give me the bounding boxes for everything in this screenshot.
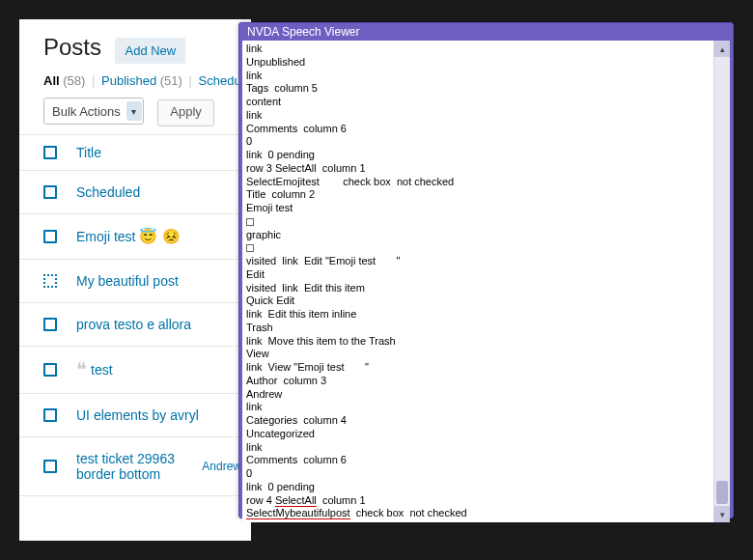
- row-checkbox[interactable]: [43, 460, 57, 473]
- apply-button[interactable]: Apply: [157, 99, 214, 126]
- nvda-titlebar[interactable]: NVDA Speech Viewer: [239, 23, 733, 41]
- emoji-icon: 😇 😣: [139, 228, 180, 244]
- filter-all[interactable]: All: [43, 73, 60, 88]
- filter-published[interactable]: Published: [101, 73, 156, 88]
- post-link[interactable]: My beautiful post: [76, 273, 179, 289]
- page-header: Posts Add New: [19, 19, 251, 73]
- filter-published-count: (51): [160, 73, 182, 88]
- table-row: prova testo e allora: [19, 302, 251, 346]
- add-new-button[interactable]: Add New: [115, 38, 185, 64]
- bulk-actions-row: Bulk Actions ▾ Apply: [19, 98, 251, 134]
- nvda-speech-log[interactable]: linkUnpublishedlinkTags column 5contentl…: [242, 41, 713, 522]
- post-link[interactable]: test: [91, 362, 113, 378]
- status-filters: All (58) | Published (51) | Schedu: [19, 73, 251, 98]
- row-checkbox[interactable]: [43, 408, 57, 422]
- row-checkbox[interactable]: [43, 363, 57, 377]
- bulk-actions-select[interactable]: Bulk Actions ▾: [43, 98, 144, 125]
- row-checkbox-focused[interactable]: [43, 274, 57, 288]
- post-link[interactable]: Scheduled: [76, 184, 140, 200]
- posts-table: Title Scheduled Emoji test 😇 😣 My beauti…: [19, 134, 251, 496]
- post-link[interactable]: test ticket 29963 border bottom: [76, 451, 202, 482]
- chevron-down-icon: ▾: [126, 101, 142, 121]
- nvda-content-area: linkUnpublishedlinkTags column 5contentl…: [242, 41, 730, 522]
- select-all-checkbox[interactable]: [43, 146, 57, 159]
- filter-scheduled[interactable]: Schedu: [199, 73, 241, 88]
- nvda-speech-viewer-window: NVDA Speech Viewer linkUnpublishedlinkTa…: [238, 22, 734, 518]
- table-row: Emoji test 😇 😣: [19, 213, 251, 259]
- post-link[interactable]: prova testo e allora: [76, 317, 191, 332]
- table-row: test ticket 29963 border bottom Andrew: [19, 436, 251, 496]
- table-row: UI elements by avryl: [19, 393, 251, 436]
- page-title: Posts: [43, 34, 101, 61]
- filter-all-count: (58): [63, 73, 85, 88]
- nvda-title: NVDA Speech Viewer: [247, 25, 360, 39]
- scroll-thumb[interactable]: [716, 481, 728, 504]
- table-row: ❝ test: [19, 346, 251, 393]
- table-row: Scheduled: [19, 170, 251, 213]
- table-row: My beautiful post: [19, 259, 251, 302]
- scroll-up-button[interactable]: ▴: [714, 41, 730, 57]
- post-link[interactable]: Emoji test 😇 😣: [76, 228, 181, 245]
- row-checkbox[interactable]: [43, 185, 57, 199]
- scrollbar[interactable]: ▴ ▾: [713, 41, 730, 522]
- quote-format-icon: ❝: [76, 360, 87, 379]
- column-title[interactable]: Title: [76, 145, 101, 160]
- row-checkbox[interactable]: [43, 230, 57, 243]
- post-link[interactable]: UI elements by avryl: [76, 407, 199, 423]
- wordpress-posts-panel: Posts Add New All (58) | Published (51) …: [19, 19, 251, 541]
- scroll-track[interactable]: [714, 57, 730, 506]
- scroll-down-button[interactable]: ▾: [714, 506, 730, 522]
- row-checkbox[interactable]: [43, 318, 57, 331]
- table-header-row: Title: [19, 134, 251, 170]
